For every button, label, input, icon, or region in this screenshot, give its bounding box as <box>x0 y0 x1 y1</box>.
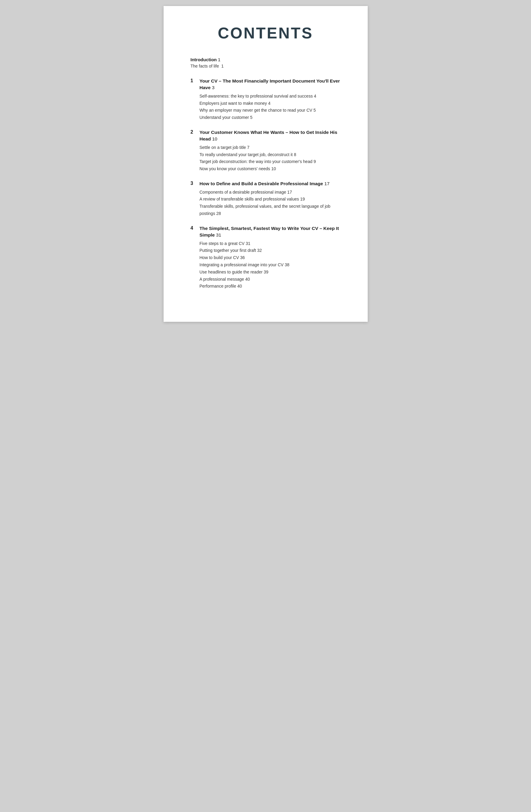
sub-entries: Components of a desirable professional i… <box>200 189 341 217</box>
intro-section: Introduction1 The facts of life 1 <box>191 57 341 70</box>
sub-entry: Five steps to a great CV 31 <box>200 240 341 247</box>
chapter-row: 3How to Define and Build a Desirable Pro… <box>191 180 341 217</box>
sub-entry: A professional message 40 <box>200 276 341 283</box>
chapter-row: 4The Simplest, Smartest, Fastest Way to … <box>191 225 341 290</box>
chapter-page-num: 17 <box>325 181 330 186</box>
sub-entry: Transferable skills, professional values… <box>200 203 341 217</box>
chapter-number: 3 <box>191 180 200 186</box>
sub-entry: Components of a desirable professional i… <box>200 189 341 196</box>
sub-entry: Putting together your first draft 32 <box>200 247 341 254</box>
chapter-number: 1 <box>191 78 200 84</box>
sub-entries: Self-awareness: the key to professional … <box>200 93 341 121</box>
chapter-section: 3How to Define and Build a Desirable Pro… <box>191 180 341 217</box>
sub-entry: Now you know your customers' needs 10 <box>200 165 341 173</box>
sub-entry: The facts of life 1 <box>191 63 341 70</box>
sub-entries: Five steps to a great CV 31Putting toget… <box>200 240 341 290</box>
intro-heading: Introduction1 <box>191 57 341 62</box>
sub-entry: Employers just want to make money 4 <box>200 100 341 107</box>
page-title: CONTENTS <box>191 24 341 42</box>
sub-entry: Use headlines to guide the reader 39 <box>200 269 341 276</box>
chapter-content: The Simplest, Smartest, Fastest Way to W… <box>200 225 341 290</box>
sub-entry: To really understand your target job, de… <box>200 151 341 159</box>
chapter-section: 2Your Customer Knows What He Wants – How… <box>191 129 341 173</box>
sub-entry: Self-awareness: the key to professional … <box>200 93 341 100</box>
chapter-title: The Simplest, Smartest, Fastest Way to W… <box>200 225 341 238</box>
chapter-title: How to Define and Build a Desirable Prof… <box>200 180 341 187</box>
chapter-page-num: 10 <box>212 136 217 141</box>
chapters-container: 1Your CV – The Most Financially Importan… <box>191 78 341 290</box>
chapter-title: Your Customer Knows What He Wants – How … <box>200 129 341 143</box>
sub-entry: Target job deconstruction: the way into … <box>200 158 341 165</box>
intro-sub-entries: The facts of life 1 <box>191 63 341 70</box>
sub-entry: Why an employer may never get the chance… <box>200 107 341 114</box>
chapter-page-num: 3 <box>212 85 215 90</box>
sub-entry: How to build your CV 36 <box>200 254 341 261</box>
page: CONTENTS Introduction1 The facts of life… <box>163 6 368 322</box>
chapter-page-num: 31 <box>216 232 221 237</box>
chapter-row: 1Your CV – The Most Financially Importan… <box>191 78 341 121</box>
chapter-content: How to Define and Build a Desirable Prof… <box>200 180 341 217</box>
sub-entry: Settle on a target job title 7 <box>200 144 341 151</box>
sub-entry: Understand your customer 5 <box>200 114 341 121</box>
sub-entry: Performance profile 40 <box>200 283 341 290</box>
sub-entries: Settle on a target job title 7To really … <box>200 144 341 173</box>
sub-entry: A review of transferable skills and prof… <box>200 196 341 203</box>
chapter-row: 2Your Customer Knows What He Wants – How… <box>191 129 341 173</box>
chapter-title: Your CV – The Most Financially Important… <box>200 78 341 91</box>
chapter-number: 2 <box>191 129 200 135</box>
chapter-section: 1Your CV – The Most Financially Importan… <box>191 78 341 121</box>
chapter-number: 4 <box>191 225 200 231</box>
chapter-content: Your Customer Knows What He Wants – How … <box>200 129 341 173</box>
chapter-section: 4The Simplest, Smartest, Fastest Way to … <box>191 225 341 290</box>
chapter-content: Your CV – The Most Financially Important… <box>200 78 341 121</box>
sub-entry: Integrating a professional image into yo… <box>200 261 341 269</box>
